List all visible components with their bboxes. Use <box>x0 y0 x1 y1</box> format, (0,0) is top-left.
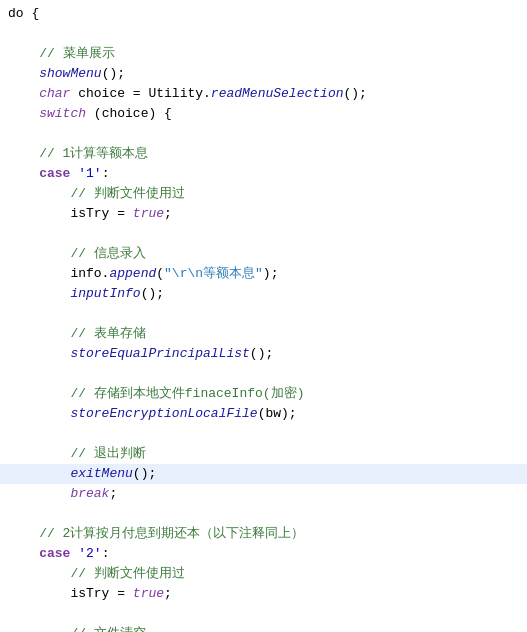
code-line: storeEqualPrincipalList(); <box>0 344 527 364</box>
code-line: // 表单存储 <box>0 324 527 344</box>
code-line <box>0 424 527 444</box>
code-token: char <box>8 84 78 104</box>
code-token: ; <box>109 484 117 504</box>
code-token: (); <box>141 284 164 304</box>
code-token: info. <box>8 264 109 284</box>
code-token: (); <box>343 84 366 104</box>
code-token: // 判断文件使用过 <box>8 184 185 204</box>
code-token: : <box>102 544 110 564</box>
code-line: isTry = true; <box>0 584 527 604</box>
code-line: // 信息录入 <box>0 244 527 264</box>
code-line: isTry = true; <box>0 204 527 224</box>
code-token: // 存储到本地文件finaceInfo(加密) <box>8 384 304 404</box>
code-token: // 退出判断 <box>8 444 146 464</box>
code-token: (bw); <box>258 404 297 424</box>
code-token: '1' <box>78 164 101 184</box>
code-token: ); <box>263 264 279 284</box>
code-token: showMenu <box>8 64 102 84</box>
code-line <box>0 504 527 524</box>
code-line: // 判断文件使用过 <box>0 564 527 584</box>
code-token: '2' <box>78 544 101 564</box>
code-token: storeEncryptionLocalFile <box>8 404 258 424</box>
code-token: // 菜单展示 <box>8 44 115 64</box>
code-line <box>0 24 527 44</box>
code-token: readMenuSelection <box>211 84 344 104</box>
code-line: // 判断文件使用过 <box>0 184 527 204</box>
code-token: ; <box>164 204 172 224</box>
code-token: ; <box>164 584 172 604</box>
code-token: (choice) { <box>94 104 172 124</box>
code-token: case <box>8 544 78 564</box>
code-line: storeEncryptionLocalFile(bw); <box>0 404 527 424</box>
code-token: // 信息录入 <box>8 244 146 264</box>
code-line: exitMenu(); <box>0 464 527 484</box>
code-token: (); <box>102 64 125 84</box>
code-token: // 表单存储 <box>8 324 146 344</box>
code-line: inputInfo(); <box>0 284 527 304</box>
code-token: storeEqualPrincipalList <box>8 344 250 364</box>
code-line: do { <box>0 4 527 24</box>
code-line: case '1': <box>0 164 527 184</box>
code-line: switch (choice) { <box>0 104 527 124</box>
code-line <box>0 124 527 144</box>
code-token: (); <box>250 344 273 364</box>
code-line: // 退出判断 <box>0 444 527 464</box>
code-token: ( <box>156 264 164 284</box>
code-line: info.append("\r\n等额本息"); <box>0 264 527 284</box>
code-token: : <box>102 164 110 184</box>
code-token: isTry = <box>8 584 133 604</box>
code-token: choice = <box>78 84 148 104</box>
code-line: break; <box>0 484 527 504</box>
code-line: // 1计算等额本息 <box>0 144 527 164</box>
code-line <box>0 364 527 384</box>
code-line: case '2': <box>0 544 527 564</box>
code-line: showMenu(); <box>0 64 527 84</box>
code-token: break <box>8 484 109 504</box>
code-token: "\r\n等额本息" <box>164 264 263 284</box>
code-token: append <box>109 264 156 284</box>
code-line <box>0 224 527 244</box>
code-line <box>0 304 527 324</box>
code-token: inputInfo <box>8 284 141 304</box>
code-token: // 文件清空 <box>8 624 146 632</box>
code-token: isTry = <box>8 204 133 224</box>
code-token: (); <box>133 464 156 484</box>
code-line: // 2计算按月付息到期还本（以下注释同上） <box>0 524 527 544</box>
code-editor: do { // 菜单展示 showMenu(); char choice = U… <box>0 0 527 632</box>
code-token: case <box>8 164 78 184</box>
code-line <box>0 604 527 624</box>
code-line: // 存储到本地文件finaceInfo(加密) <box>0 384 527 404</box>
code-token: Utility. <box>148 84 210 104</box>
code-token: do { <box>8 4 39 24</box>
code-token: // 1计算等额本息 <box>8 144 148 164</box>
code-line: char choice = Utility.readMenuSelection(… <box>0 84 527 104</box>
code-token: switch <box>8 104 94 124</box>
code-token: // 判断文件使用过 <box>8 564 185 584</box>
code-line: // 菜单展示 <box>0 44 527 64</box>
code-token: // 2计算按月付息到期还本（以下注释同上） <box>8 524 304 544</box>
code-token: true <box>133 584 164 604</box>
code-token: exitMenu <box>8 464 133 484</box>
code-token: true <box>133 204 164 224</box>
code-line: // 文件清空 <box>0 624 527 632</box>
